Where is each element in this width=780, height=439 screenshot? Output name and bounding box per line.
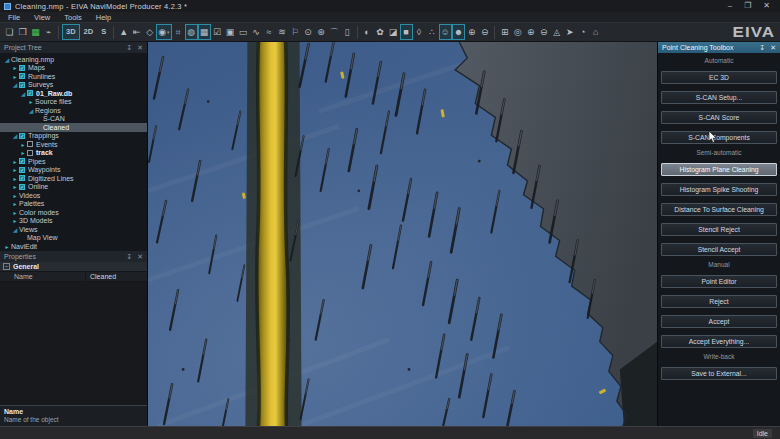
tree-item-map-view[interactable]: Map View — [0, 234, 147, 243]
toolbar-globe-offset-icon[interactable]: ◎ — [511, 24, 524, 40]
toolbar-tag-icon[interactable]: ◊ — [413, 24, 426, 40]
toolbar-accept-face-icon[interactable]: ☺ — [439, 24, 452, 40]
tree-item-source-files[interactable]: ▸Source files — [0, 98, 147, 107]
tree-checkbox[interactable] — [19, 167, 25, 173]
toolbar-view-scan-button[interactable]: S — [97, 24, 110, 40]
toolbar-waypoint-icon[interactable]: ⊙ — [302, 24, 315, 40]
tree-item-s-can[interactable]: S-CAN — [0, 115, 147, 124]
pin-icon[interactable]: ↧ — [126, 43, 132, 52]
tree-expanded-arrow-icon[interactable]: ◢ — [11, 226, 19, 233]
tree-item-runlines[interactable]: ▸Runlines — [0, 72, 147, 81]
tree-collapsed-arrow-icon[interactable]: ▸ — [3, 243, 11, 250]
3d-viewport[interactable] — [148, 42, 657, 426]
tree-item-regions[interactable]: ◢Regions — [0, 106, 147, 115]
toolbox-button-histogram-plane-cleaning[interactable]: Histogram Plane Cleaning — [661, 163, 777, 176]
toolbar-ruler-icon[interactable]: ▭ — [237, 24, 250, 40]
tree-item-videos[interactable]: ▸Videos — [0, 191, 147, 200]
toolbox-button-stencil-accept[interactable]: Stencil Accept — [661, 243, 777, 256]
toolbox-button-s-can-components[interactable]: S-CAN Components — [661, 131, 777, 144]
toolbar-save-icon[interactable]: ▦ — [29, 24, 42, 40]
toolbar-profile-single-icon[interactable]: ∿ — [250, 24, 263, 40]
toolbar-scatter-points-icon[interactable]: ∴ — [426, 24, 439, 40]
tree-expanded-arrow-icon[interactable]: ◢ — [3, 56, 11, 63]
toolbar-connect-plug-icon[interactable]: ⌁ — [42, 24, 55, 40]
toolbar-point-remove-icon[interactable]: ⊖ — [478, 24, 491, 40]
tree-item-digitized-lines[interactable]: ▸Digitized Lines — [0, 174, 147, 183]
tree-checkbox[interactable] — [27, 141, 33, 147]
tree-checkbox[interactable] — [19, 65, 25, 71]
toolbar-grid-surface-icon[interactable]: ▦ — [198, 24, 211, 40]
toolbar-node-remove-icon[interactable]: ⊖ — [537, 24, 550, 40]
tree-checkbox[interactable] — [19, 73, 25, 79]
toolbar-dome-icon[interactable]: ⌂ — [589, 24, 602, 40]
tree-collapsed-arrow-icon[interactable]: ▸ — [27, 98, 35, 105]
tree-item-views[interactable]: ◢Views — [0, 225, 147, 234]
toolbar-node-add-icon[interactable]: ⊕ — [524, 24, 537, 40]
toolbox-button-point-editor[interactable]: Point Editor — [661, 275, 777, 288]
toolbar-xyz-axes-icon[interactable]: ⊞ — [498, 24, 511, 40]
toolbar-open-folder-icon[interactable]: ❒ — [16, 24, 29, 40]
tree-collapsed-arrow-icon[interactable]: ▸ — [11, 183, 19, 190]
tree-item-3d-models[interactable]: ▸3D Models — [0, 217, 147, 226]
tree-collapsed-arrow-icon[interactable]: ▸ — [11, 217, 19, 224]
tree-expanded-arrow-icon[interactable]: ◢ — [11, 132, 19, 139]
close-button[interactable]: ✕ — [763, 1, 770, 11]
toolbar-eraser-icon[interactable]: ◪ — [387, 24, 400, 40]
pin-icon[interactable]: ↧ — [759, 43, 765, 52]
menu-view[interactable]: View — [34, 13, 50, 22]
toolbar-camera-icon[interactable]: ▣ — [224, 24, 237, 40]
tree-item-pipes[interactable]: ▸Pipes — [0, 157, 147, 166]
tree-checkbox[interactable] — [19, 184, 25, 190]
properties-group-general[interactable]: − General — [0, 262, 147, 272]
tree-collapsed-arrow-icon[interactable]: ▸ — [11, 209, 19, 216]
toolbox-button-reject[interactable]: Reject — [661, 295, 777, 308]
tree-item-naviedit[interactable]: ▸NaviEdit — [0, 242, 147, 251]
toolbar-route-points-icon[interactable]: ⚐ — [289, 24, 302, 40]
tree-expanded-arrow-icon[interactable]: ◢ — [27, 107, 35, 114]
toolbar-bucket-icon[interactable]: ◬ — [550, 24, 563, 40]
tree-item-cleaning-nmp[interactable]: ◢Cleaning.nmp — [0, 55, 147, 64]
tree-item-maps[interactable]: ▸Maps — [0, 64, 147, 73]
tree-checkbox[interactable] — [19, 175, 25, 181]
pin-icon[interactable]: ↧ — [126, 252, 132, 261]
toolbar-pointer-select-icon[interactable]: ➤ — [563, 24, 576, 40]
tree-collapsed-arrow-icon[interactable]: ▸ — [11, 200, 19, 207]
tree-checkbox[interactable] — [19, 82, 25, 88]
toolbar-fill-square-icon[interactable]: ■ — [400, 24, 413, 40]
close-icon[interactable]: ✕ — [137, 43, 143, 52]
tree-checkbox[interactable] — [27, 150, 33, 156]
tree-item-waypoints[interactable]: ▸Waypoints — [0, 166, 147, 175]
tree-collapsed-arrow-icon[interactable]: ▸ — [11, 192, 19, 199]
toolbar-orbit-icon[interactable]: ◔ — [576, 24, 589, 40]
menu-tools[interactable]: Tools — [64, 13, 82, 22]
toolbar-rotate-box-icon[interactable]: ◇ — [143, 24, 156, 40]
tree-item-trappings[interactable]: ◢Trappings — [0, 132, 147, 141]
toolbox-button-ec-3d[interactable]: EC 3D — [661, 71, 777, 84]
toolbar-view-3d-button[interactable]: 3D — [62, 24, 80, 40]
toolbox-button-histogram-spike-shooting[interactable]: Histogram Spike Shooting — [661, 183, 777, 196]
toolbox-button-accept[interactable]: Accept — [661, 315, 777, 328]
tree-collapsed-arrow-icon[interactable]: ▸ — [11, 175, 19, 182]
tree-collapsed-arrow-icon[interactable]: ▸ — [11, 64, 19, 71]
toolbar-palette-icon[interactable]: ✿ — [374, 24, 387, 40]
toolbar-new-file-icon[interactable]: ❏ — [3, 24, 16, 40]
toolbar-grid-icon[interactable]: ⌗ — [172, 24, 185, 40]
menu-file[interactable]: File — [8, 13, 20, 22]
toolbar-waypoint-add-icon[interactable]: ⊛ — [315, 24, 328, 40]
tree-checkbox[interactable] — [27, 90, 33, 96]
minimize-button[interactable]: – — [728, 1, 732, 11]
close-icon[interactable]: ✕ — [770, 43, 776, 52]
restore-button[interactable]: ❐ — [744, 1, 751, 11]
toolbar-reject-face-icon[interactable]: ☻ — [452, 24, 465, 40]
toolbar-shield-view-icon[interactable]: ◉▾ — [156, 24, 171, 40]
toolbox-button-stencil-reject[interactable]: Stencil Reject — [661, 223, 777, 236]
tree-collapsed-arrow-icon[interactable]: ▸ — [11, 158, 19, 165]
toolbar-globe-icon[interactable]: ◍ — [185, 24, 198, 40]
toolbar-select-region-icon[interactable]: ☑ — [211, 24, 224, 40]
tree-item-01-raw-db[interactable]: ◢01_Raw.db — [0, 89, 147, 98]
toolbar-contrast-icon[interactable]: ◐ — [361, 24, 374, 40]
tree-item-online[interactable]: ▸Online — [0, 183, 147, 192]
tree-item-events[interactable]: ▸Events — [0, 140, 147, 149]
toolbar-rect-select-icon[interactable]: ▯ — [341, 24, 354, 40]
toolbox-button-s-can-setup[interactable]: S-CAN Setup... — [661, 91, 777, 104]
